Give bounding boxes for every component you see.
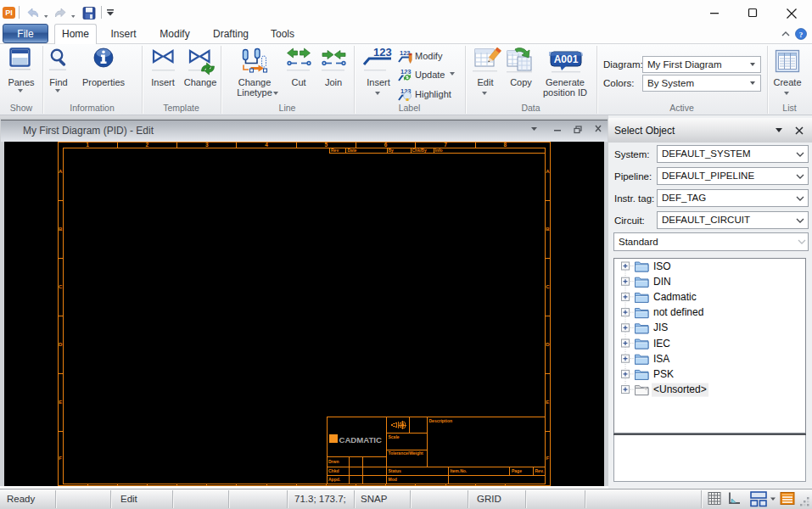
- svg-text:?: ?: [799, 31, 804, 39]
- svg-text:5: 5: [324, 142, 328, 148]
- svg-text:Item.No.: Item.No.: [451, 468, 468, 473]
- svg-text:PSK: PSK: [653, 368, 674, 380]
- svg-text:B: B: [59, 227, 63, 232]
- svg-text:E: E: [546, 400, 549, 405]
- svg-text:D: D: [546, 342, 550, 347]
- svg-text:JIS: JIS: [653, 322, 668, 333]
- svg-text:C: C: [546, 284, 550, 289]
- svg-text:Chk/By: Chk/By: [412, 148, 427, 153]
- svg-text:3: 3: [205, 142, 209, 148]
- svg-text:ISA: ISA: [653, 353, 669, 365]
- svg-text:C: C: [59, 284, 63, 289]
- svg-text:Chkd: Chkd: [328, 468, 339, 473]
- svg-text:Tolerance/Weight: Tolerance/Weight: [389, 450, 424, 456]
- svg-text:Description: Description: [429, 418, 453, 423]
- svg-text:A: A: [59, 169, 63, 174]
- svg-text:IEC: IEC: [653, 338, 670, 350]
- svg-text:A001: A001: [554, 53, 579, 65]
- svg-text:<Unsorted>: <Unsorted>: [653, 383, 707, 395]
- svg-text:B: B: [546, 227, 550, 232]
- svg-text:Appd.: Appd.: [328, 477, 341, 482]
- svg-text:ISO: ISO: [653, 260, 671, 272]
- svg-text:Scale: Scale: [389, 434, 400, 439]
- svg-text:Rev: Rev: [331, 148, 339, 153]
- svg-text:123: 123: [400, 49, 411, 57]
- svg-text:A: A: [546, 169, 550, 174]
- svg-text:CADMATIC: CADMATIC: [339, 435, 383, 445]
- svg-text:Rev.: Rev.: [535, 468, 545, 473]
- svg-text:6: 6: [384, 142, 388, 148]
- svg-text:E: E: [59, 400, 62, 405]
- svg-text:Cadmatic: Cadmatic: [653, 291, 697, 303]
- svg-text:D: D: [59, 342, 63, 347]
- svg-text:2: 2: [146, 142, 149, 148]
- svg-text:1: 1: [86, 142, 89, 148]
- svg-text:F: F: [59, 456, 62, 461]
- svg-text:123: 123: [373, 46, 392, 59]
- svg-text:F: F: [546, 456, 549, 461]
- svg-text:Status: Status: [389, 468, 402, 473]
- svg-text:7: 7: [444, 142, 447, 148]
- svg-text:not defined: not defined: [653, 306, 703, 318]
- svg-text:Drwn: Drwn: [328, 459, 339, 464]
- svg-text:DIN: DIN: [653, 276, 671, 288]
- svg-text:Page: Page: [512, 468, 522, 473]
- svg-text:Mod: Mod: [389, 477, 397, 482]
- svg-text:Date: Date: [348, 148, 357, 153]
- svg-text:Info: Info: [435, 148, 443, 153]
- svg-text:8: 8: [503, 142, 507, 148]
- svg-text:By: By: [389, 148, 395, 153]
- svg-text:4: 4: [265, 142, 268, 148]
